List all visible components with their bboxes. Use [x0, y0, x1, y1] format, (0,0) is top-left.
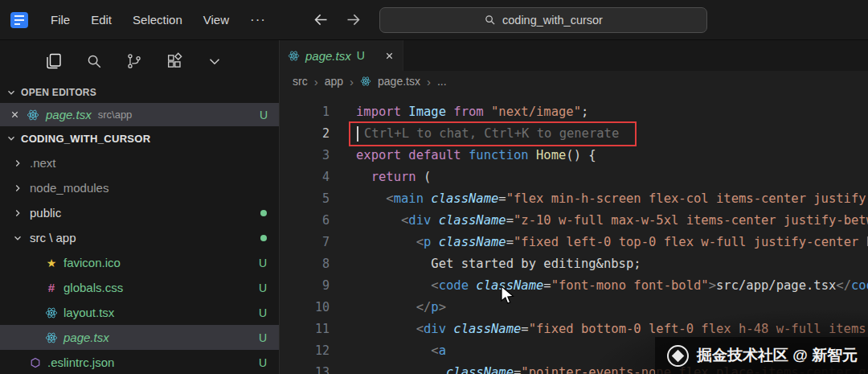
code-line-5[interactable]: 5 <main className="flex min-h-screen fle… [280, 188, 868, 210]
code-line-4[interactable]: 4 return ( [280, 166, 868, 188]
code-editor[interactable]: 1import Image from "next/image";2Ctrl+L … [280, 92, 868, 374]
line-number[interactable]: 10 [280, 297, 330, 319]
juejin-logo-icon [667, 345, 689, 367]
git-status-badge: U [259, 331, 267, 344]
line-content[interactable]: <code className="font-mono font-bold">sr… [330, 275, 868, 297]
line-number[interactable]: 9 [280, 275, 330, 297]
tree-item-public[interactable]: public [0, 200, 279, 225]
text-caret [357, 126, 358, 142]
watermark-text: 掘金技术社区 @ 新智元 [697, 345, 858, 366]
chevron-right-icon: › [427, 75, 431, 88]
tree-item-page.tsx[interactable]: page.tsxU [0, 325, 279, 350]
title-bar: File Edit Selection View ··· coding_with… [0, 0, 868, 40]
modified-dot-icon [260, 235, 267, 241]
tree-item-.eslintrc.json[interactable]: .eslintrc.jsonU [0, 350, 279, 374]
line-content[interactable]: import Image from "next/image"; [330, 101, 868, 123]
code-line-1[interactable]: 1import Image from "next/image"; [280, 101, 868, 123]
star-file-icon: ★ [45, 257, 58, 269]
line-number[interactable]: 6 [280, 210, 330, 232]
chevron-right-icon [11, 183, 24, 194]
react-file-icon [45, 331, 58, 344]
menu-file[interactable]: File [40, 13, 80, 27]
ai-hint-annotation-box: Ctrl+L to chat, Ctrl+K to generate [349, 121, 637, 146]
close-icon[interactable] [10, 109, 20, 120]
line-number[interactable]: 2 [280, 123, 330, 145]
line-number[interactable]: 1 [280, 101, 330, 123]
code-line-9[interactable]: 9 <code className="font-mono font-bold">… [280, 275, 868, 297]
line-content[interactable]: export default function Home() { [330, 145, 868, 166]
tab-close-icon[interactable] [384, 51, 395, 61]
explorer-icon[interactable] [43, 51, 64, 72]
line-number[interactable]: 13 [280, 362, 330, 374]
tree-item-node-modules[interactable]: node_modules [0, 175, 279, 200]
line-content[interactable]: <p className="fixed left-0 top-0 flex w-… [330, 232, 868, 253]
line-content[interactable]: </p> [330, 297, 868, 319]
search-icon [484, 14, 496, 26]
code-line-6[interactable]: 6 <div className="z-10 w-full max-w-5xl … [280, 210, 868, 232]
breadcrumb-symbol[interactable]: ... [437, 75, 447, 88]
tree-item-src-app[interactable]: src \ app [0, 225, 279, 250]
open-editor-item-page-tsx[interactable]: page.tsx src\app U [0, 103, 279, 126]
git-status-badge: U [259, 282, 267, 294]
breadcrumb-app[interactable]: app [325, 75, 343, 88]
line-number[interactable]: 5 [280, 188, 330, 210]
code-line-2[interactable]: 2Ctrl+L to chat, Ctrl+K to generate [280, 123, 868, 145]
line-number[interactable]: 7 [280, 232, 330, 253]
views-chevron-icon[interactable] [204, 51, 225, 72]
tree-item-globals.css[interactable]: #globals.cssU [0, 275, 279, 300]
forward-button[interactable] [344, 10, 363, 30]
project-header[interactable]: CODING_WITH_CURSOR [0, 126, 279, 150]
open-editors-header[interactable]: OPEN EDITORS [0, 82, 279, 103]
line-number[interactable]: 12 [280, 340, 330, 362]
menu-more[interactable]: ··· [240, 12, 276, 28]
tree-item-.next[interactable]: .next [0, 150, 279, 175]
cursor-ide-window: File Edit Selection View ··· coding_with… [0, 0, 868, 374]
chevron-right-icon [11, 208, 24, 219]
git-status-badge: U [259, 257, 267, 269]
menu-bar: File Edit Selection View ··· [40, 12, 276, 28]
tab-page-tsx[interactable]: page.tsx U [280, 40, 403, 71]
chevron-right-icon [11, 158, 24, 169]
code-line-7[interactable]: 7 <p className="fixed left-0 top-0 flex … [280, 232, 868, 253]
chevron-down-icon [6, 133, 17, 144]
line-number[interactable]: 4 [280, 166, 330, 188]
editor-area: page.tsx U src › app › page.tsx › ... [280, 40, 868, 374]
menu-edit[interactable]: Edit [80, 13, 122, 27]
react-file-icon [360, 76, 371, 87]
history-nav [312, 10, 363, 30]
back-button[interactable] [312, 10, 331, 30]
tab-filename: page.tsx [305, 49, 351, 63]
react-file-icon [27, 109, 39, 121]
line-content[interactable]: Get started by editing&nbsp; [330, 253, 868, 275]
breadcrumb-src[interactable]: src [293, 75, 308, 88]
file-tree: .nextnode_modulespublicsrc \ app★favicon… [0, 150, 279, 374]
command-center-search[interactable]: coding_with_cursor [379, 7, 707, 33]
chevron-right-icon: › [314, 75, 318, 88]
line-number[interactable]: 3 [280, 145, 330, 166]
code-lines: 1import Image from "next/image";2Ctrl+L … [280, 101, 868, 374]
line-content[interactable]: Ctrl+L to chat, Ctrl+K to generate [330, 123, 868, 145]
code-line-3[interactable]: 3export default function Home() { [280, 145, 868, 166]
line-number[interactable]: 8 [280, 253, 330, 275]
code-line-10[interactable]: 10 </p> [280, 297, 868, 319]
search-panel-icon[interactable] [84, 51, 104, 72]
code-line-8[interactable]: 8 Get started by editing&nbsp; [280, 253, 868, 275]
git-status-badge: U [260, 109, 268, 121]
source-control-icon[interactable] [124, 51, 145, 72]
menu-selection[interactable]: Selection [122, 13, 193, 27]
line-content[interactable]: <div className="z-10 w-full max-w-5xl it… [330, 210, 868, 232]
tree-item-favicon.ico[interactable]: ★favicon.icoU [0, 250, 279, 275]
menu-view[interactable]: View [193, 13, 240, 27]
extensions-icon[interactable] [164, 51, 185, 72]
line-content[interactable]: return ( [330, 166, 868, 188]
react-file-icon [288, 50, 300, 62]
line-content[interactable]: <main className="flex min-h-screen flex-… [330, 188, 868, 210]
watermark: 掘金技术社区 @ 新智元 [655, 337, 868, 374]
git-status-badge: U [259, 306, 267, 319]
ai-hint-text: Ctrl+L to chat, Ctrl+K to generate [364, 123, 619, 145]
git-status-badge: U [259, 356, 267, 369]
tree-item-layout.tsx[interactable]: layout.tsxU [0, 300, 279, 325]
line-number[interactable]: 11 [280, 319, 330, 340]
breadcrumb-file[interactable]: page.tsx [378, 75, 420, 88]
search-value: coding_with_cursor [502, 14, 603, 27]
